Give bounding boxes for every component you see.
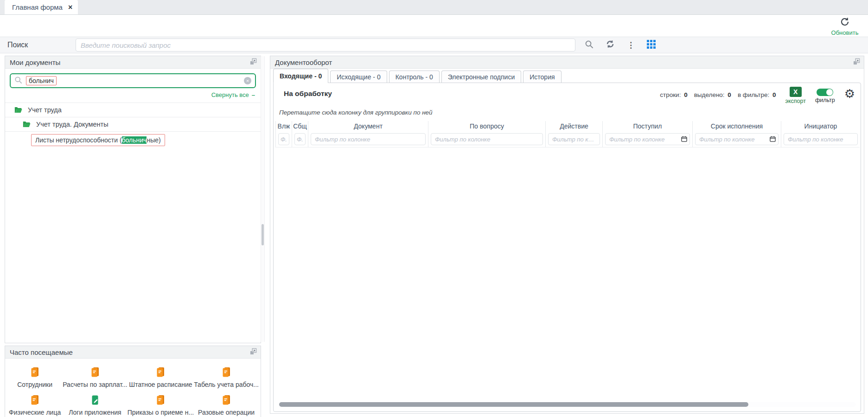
shortcut-label: Штатное расписание: [129, 381, 192, 388]
horizontal-scrollbar-thumb[interactable]: [279, 402, 748, 407]
column-filter-cell: [292, 131, 308, 147]
calendar-icon[interactable]: [770, 136, 776, 142]
shortcut-6[interactable]: Логи приложения: [63, 394, 128, 416]
docflow-tabs: Входящие - 0Исходящие - 0Контроль - 0Эле…: [273, 70, 562, 83]
docflow-content-card: На обработку строки: 0выделено: 0в фильт…: [273, 83, 861, 412]
tab-main-form[interactable]: Главная форма ×: [5, 0, 78, 14]
column-filter-cell: [276, 131, 292, 147]
table-header-row: ВлжСбщДокументПо вопросуДействиеПоступил…: [275, 121, 860, 148]
shortcut-4[interactable]: Табель учета рабоч...: [194, 366, 259, 388]
docflow-tab-2[interactable]: Исходящие - 0: [330, 71, 387, 83]
tree-item-2[interactable]: Учет труда. Документы: [5, 117, 261, 132]
documents-tree: Учет трудаУчет труда. ДокументыЛисты нет…: [5, 103, 261, 147]
vertical-scrollbar[interactable]: [261, 56, 265, 342]
docflow-tab-3[interactable]: Контроль - 0: [389, 71, 440, 83]
table-column-3: Документ: [308, 121, 428, 147]
tree-item-label: Учет труда: [28, 106, 62, 114]
shortcut-1[interactable]: Сотрудники: [7, 366, 63, 388]
column-header-label: По вопросу: [428, 121, 545, 131]
column-header-label: Влж: [276, 121, 292, 131]
document-orange-icon: [29, 394, 41, 408]
vertical-scrollbar-thumb[interactable]: [262, 224, 264, 245]
table-column-7: Срок исполнения: [693, 121, 781, 147]
document-orange-icon: [220, 394, 232, 408]
column-header-label: Сбщ: [292, 121, 308, 131]
shortcut-label: Приказы о приеме н...: [128, 409, 194, 416]
section-title: На обработку: [284, 90, 332, 98]
docflow-panel: Документооборот Входящие - 0Исходящие - …: [270, 56, 864, 414]
global-search-input[interactable]: [76, 38, 575, 51]
column-filter-input[interactable]: [605, 133, 690, 145]
column-filter-input[interactable]: [278, 133, 289, 145]
kebab-menu-icon[interactable]: ⋮: [627, 40, 635, 50]
table-stats: строки: 0выделено: 0в фильтре: 0: [660, 87, 776, 98]
global-search-actions: ⋮: [585, 39, 656, 51]
popout-icon[interactable]: [250, 348, 257, 357]
stat-3: в фильтре: 0: [738, 91, 776, 98]
tree-item-label: Учет труда. Документы: [36, 121, 108, 128]
document-orange-icon: [29, 366, 41, 380]
column-filter-input[interactable]: [294, 133, 306, 145]
docflow-tab-1[interactable]: Входящие - 0: [273, 69, 328, 83]
gear-icon[interactable]: ⚙: [844, 88, 855, 100]
search-match-highlight: больнич: [122, 136, 147, 144]
my-documents-title: Мои документы: [10, 58, 60, 66]
table-column-1: Влж: [275, 121, 292, 147]
frequently-visited-header: Часто посещаемые: [5, 346, 261, 359]
column-filter-input[interactable]: [431, 133, 543, 145]
tree-item-1[interactable]: Учет труда: [5, 103, 261, 117]
refresh-icon: [839, 16, 850, 29]
frequently-visited-title: Часто посещаемые: [10, 348, 73, 356]
refresh-button[interactable]: Обновить: [824, 16, 865, 36]
column-header-label: Документ: [308, 121, 428, 131]
column-filter-input[interactable]: [695, 133, 779, 145]
export-button[interactable]: X экспорт: [785, 87, 806, 104]
shortcut-7[interactable]: Приказы о приеме н...: [128, 394, 194, 416]
popout-icon[interactable]: [853, 58, 860, 67]
popout-icon[interactable]: [250, 58, 257, 67]
shortcut-3[interactable]: Штатное расписание: [128, 366, 194, 388]
search-icon[interactable]: [585, 40, 594, 51]
close-icon[interactable]: ×: [68, 4, 72, 11]
app-root: Главная форма × Обновить Поиск ⋮: [0, 0, 868, 417]
column-filter-cell: [693, 131, 781, 147]
table-column-4: По вопросу: [428, 121, 546, 147]
shortcut-label: Расчеты по зарплат...: [63, 381, 128, 388]
column-filter-input[interactable]: [311, 133, 426, 145]
document-green-pencil-icon: [89, 394, 101, 408]
clear-search-icon[interactable]: ×: [244, 77, 251, 84]
horizontal-scrollbar[interactable]: [278, 402, 856, 407]
sync-settings-icon[interactable]: [606, 39, 615, 51]
column-filter-cell: [546, 131, 602, 147]
excel-export-icon: X: [790, 87, 802, 97]
column-header-label: Срок исполнения: [693, 121, 781, 131]
stat-value: 0: [728, 91, 731, 98]
calendar-icon[interactable]: [681, 136, 687, 142]
folder-open-icon: [14, 107, 22, 113]
docflow-tab-5[interactable]: История: [523, 71, 561, 83]
tree-item-match-box: Листы нетрудоспособности (больничные): [31, 134, 165, 146]
documents-search-input[interactable]: больнич ×: [10, 73, 256, 88]
table-controls: строки: 0выделено: 0в фильтре: 0 X экспо…: [660, 87, 855, 104]
docflow-tab-4[interactable]: Электронные подписи: [441, 71, 521, 83]
tree-item-3[interactable]: Листы нетрудоспособности (больничные): [5, 132, 261, 147]
shortcut-5[interactable]: Физические лица: [7, 394, 63, 416]
filter-toggle[interactable]: фильтр: [815, 87, 835, 103]
shortcut-8[interactable]: Разовые операции: [194, 394, 259, 416]
column-filter-input[interactable]: [784, 133, 858, 145]
toggle-on-icon[interactable]: [817, 89, 833, 96]
search-icon: [14, 76, 22, 86]
tree-item-label: Листы нетрудоспособности (: [35, 136, 122, 144]
frequently-visited-panel: Часто посещаемые СотрудникиРасчеты по за…: [5, 346, 261, 417]
column-header-label: Инициатор: [781, 121, 860, 131]
table-column-2: Сбщ: [292, 121, 308, 147]
minus-icon: –: [252, 91, 255, 98]
shortcut-2[interactable]: Расчеты по зарплат...: [63, 366, 128, 388]
group-by-hint: Перетащите сюда колонку для группировки …: [279, 109, 433, 116]
collapse-all-button[interactable]: Свернуть все –: [5, 90, 261, 103]
tab-main-form-label: Главная форма: [12, 3, 63, 11]
tree-item-label: ные): [147, 136, 160, 144]
grid-view-icon[interactable]: [647, 40, 656, 51]
column-filter-input[interactable]: [548, 133, 600, 145]
collapse-all-label: Свернуть все: [211, 91, 249, 98]
